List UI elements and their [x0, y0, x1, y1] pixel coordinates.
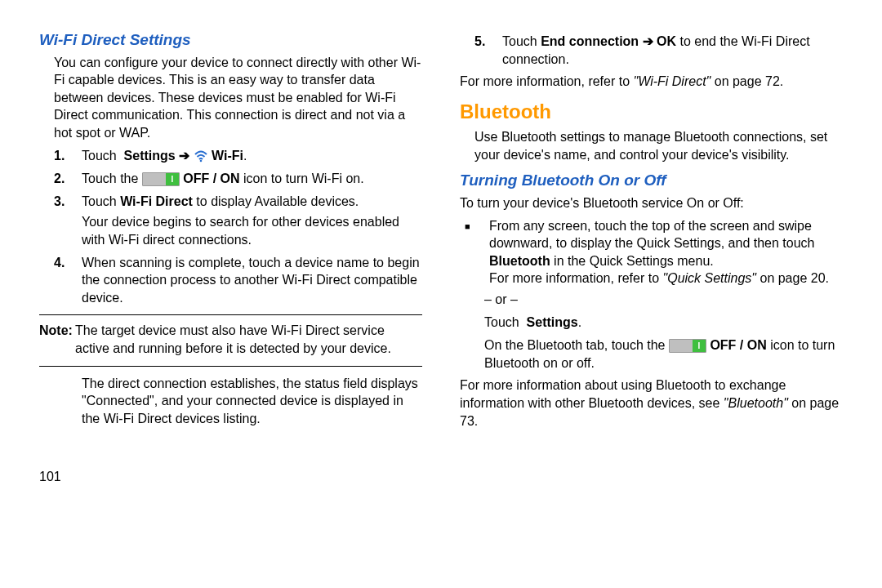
step-number: 5. [460, 33, 502, 68]
step-number: 3. [39, 193, 82, 249]
bluetooth-label: Bluetooth [489, 254, 550, 268]
wifi-icon [194, 149, 208, 163]
divider [39, 314, 422, 315]
wifi-direct-heading: Wi-Fi Direct Settings [39, 29, 422, 51]
touch-settings-line: Touch Settings. [460, 314, 843, 332]
right-column: 5. Touch End connection ➔ OK to end the … [460, 29, 843, 572]
step-body: Touch Settings ➔ Wi-Fi. [82, 147, 422, 166]
wifi-direct-intro: You can configure your device to connect… [39, 54, 422, 142]
step-4: 4. When scanning is complete, touch a de… [39, 254, 422, 307]
text: Touch [82, 194, 120, 208]
text: Touch [82, 149, 120, 163]
ok-label: OK [653, 34, 676, 48]
step-body: Touch Wi-Fi Direct to display Available … [82, 193, 422, 249]
after-note-text: The direct connection establishes, the s… [39, 375, 422, 428]
step-body: Touch the OFF / ON icon to turn Wi-Fi on… [82, 170, 422, 188]
text: Touch the [82, 172, 142, 185]
wifi-steps-continued: 5. Touch End connection ➔ OK to end the … [460, 33, 843, 68]
off-on-label: OFF / ON [710, 338, 766, 352]
wifi-direct-label: Wi-Fi Direct [120, 194, 193, 208]
page-number: 101 [39, 468, 422, 486]
more-info-wifi-direct: For more information, refer to "Wi-Fi Di… [460, 73, 843, 91]
bullet-item: ■ From any screen, touch the top of the … [460, 217, 843, 287]
turning-bt-heading: Turning Bluetooth On or Off [460, 170, 843, 191]
text: For more information, refer to [489, 271, 663, 285]
off-on-label: OFF / ON [183, 172, 239, 185]
text: in the Quick Settings menu. [550, 254, 714, 268]
link-wifi-direct[interactable]: "Wi-Fi Direct" [634, 74, 711, 88]
text: Your device begins to search for other d… [82, 215, 399, 247]
wifi-steps-list: 1. Touch Settings ➔ Wi-Fi. 2. [39, 147, 422, 307]
step-body: Touch End connection ➔ OK to end the Wi-… [502, 33, 843, 68]
bluetooth-intro: Use Bluetooth settings to manage Bluetoo… [460, 128, 843, 163]
wifi-label: Wi-Fi [212, 149, 243, 163]
or-separator: – or – [460, 291, 843, 309]
settings-label: Settings [124, 149, 180, 163]
off-on-toggle-icon [669, 339, 706, 353]
note: Note: The target device must also have W… [39, 322, 422, 357]
settings-label: Settings [527, 315, 578, 329]
text: icon to turn Wi-Fi on. [243, 172, 364, 185]
step-number: 1. [39, 147, 82, 166]
off-on-toggle-icon [142, 172, 180, 186]
manual-page: Wi-Fi Direct Settings You can configure … [0, 0, 882, 588]
end-connection-label: End connection [541, 34, 639, 48]
step-number: 4. [39, 254, 82, 307]
text: to display Available devices. [193, 194, 359, 208]
period: . [243, 149, 247, 163]
note-text: The target device must also have Wi-Fi D… [75, 322, 422, 357]
divider [39, 366, 422, 367]
svg-point-2 [199, 160, 202, 163]
more-info-bluetooth: For more information about using Bluetoo… [460, 376, 843, 430]
text: . [578, 315, 581, 329]
turning-bt-intro: To turn your device's Bluetooth service … [460, 194, 843, 212]
text: on page 20. [756, 271, 829, 285]
arrow-icon: ➔ [179, 149, 189, 163]
step-1: 1. Touch Settings ➔ Wi-Fi. [39, 147, 422, 166]
bluetooth-heading: Bluetooth [460, 99, 843, 125]
bullet-body: From any screen, touch the top of the sc… [489, 217, 843, 287]
bt-tab-line: On the Bluetooth tab, touch the OFF / ON… [460, 336, 843, 372]
text: on page 72. [710, 74, 783, 88]
link-quick-settings[interactable]: "Quick Settings" [663, 271, 757, 285]
text: From any screen, touch the top of the sc… [489, 219, 814, 251]
bt-bullet-list: ■ From any screen, touch the top of the … [460, 217, 843, 287]
arrow-icon: ➔ [643, 34, 653, 48]
step-3: 3. Touch Wi-Fi Direct to display Availab… [39, 193, 422, 249]
text: Touch [502, 34, 541, 48]
note-label: Note: [39, 322, 75, 357]
step-5: 5. Touch End connection ➔ OK to end the … [460, 33, 843, 68]
text: For more information, refer to [460, 74, 634, 88]
text: Touch [484, 315, 523, 329]
link-bluetooth[interactable]: "Bluetooth" [724, 396, 788, 410]
step-2: 2. Touch the OFF / ON icon to turn Wi-Fi… [39, 170, 422, 188]
left-column: Wi-Fi Direct Settings You can configure … [39, 29, 422, 572]
step-number: 2. [39, 170, 82, 188]
step-body: When scanning is complete, touch a devic… [82, 254, 422, 307]
text: On the Bluetooth tab, touch the [484, 338, 669, 352]
square-bullet-icon: ■ [460, 217, 489, 287]
